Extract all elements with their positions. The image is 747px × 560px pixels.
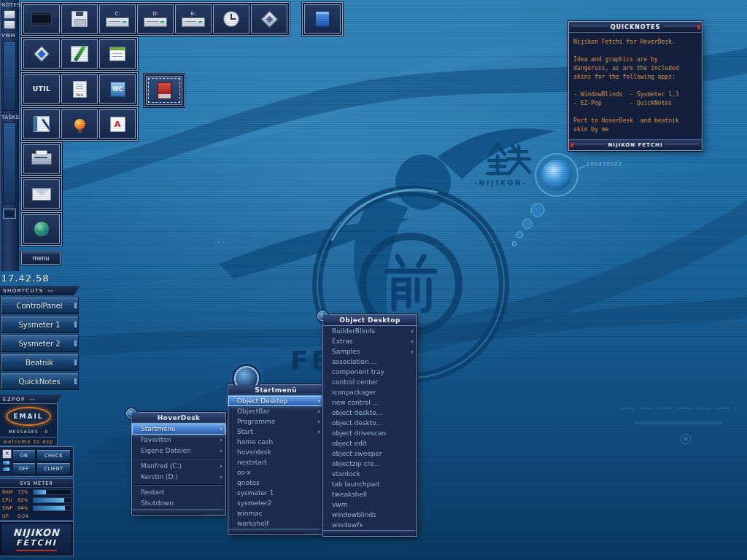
menu-item-kerstin-d[interactable]: Kerstin (D:) [132,472,225,483]
menu-item-tweakshell[interactable]: tweakshell [323,489,417,499]
clock-icon[interactable] [213,4,249,34]
note-icon[interactable] [4,10,15,19]
sysmeter-row-ram: RAM 33% [0,488,73,496]
menu-item-object-sweeper[interactable]: object sweeper [323,448,417,459]
object-desktop-menu-title: Object Desktop [323,315,417,326]
menu-item-object-desktop-2[interactable]: object deskto... [323,418,417,428]
hoverdesk-menu-title: HoverDesk [132,413,225,424]
menu-item-stardock[interactable]: stardock [323,469,417,479]
startmenu-menu: Startmenü Object Desktop ObjectBar Progr… [228,385,323,534]
ezpop-on-button[interactable]: ON [13,450,35,461]
logo-accent [16,550,57,551]
menu-item-nextstart[interactable]: nextstart [228,457,323,467]
menu-item-extras[interactable]: Extras [323,336,417,346]
diamond-icon[interactable] [251,4,287,34]
gem-icon[interactable] [23,39,60,69]
printer-icon[interactable] [23,144,60,174]
menu-item-eigene-dateien[interactable]: Eigene Dateien [132,446,225,456]
paint-icon-selected[interactable] [146,76,182,105]
tasks-section-label: TASKS [0,112,19,121]
clock-display: 17.42.58 [1,273,50,284]
welcome-ticker: welcome to ezp [0,438,57,446]
menu-item-winmac[interactable]: winmac [228,508,323,518]
shortcut-sysmeter2[interactable]: Sysmeter 2 [1,335,78,351]
menu-item-qnotes[interactable]: qnotes [228,478,323,488]
menu-item-os-x[interactable]: os-x [228,467,323,478]
ezpop-controls: × ON CHECK OFF CLIENT [0,447,73,476]
menu-item-vwm[interactable]: vwm [323,499,417,510]
submenu-arrow-icon [220,461,222,472]
wallpaper-nijikon-text: ·NIJIKON· [474,179,527,187]
menu-item-object-drivescan[interactable]: object drivescan [323,428,417,438]
menu-item-startmenu[interactable]: Startmenü [132,424,225,435]
menu-item-object-desktop[interactable]: Object Desktop [228,396,323,406]
launch-dock-row1: C: D: E: [22,3,289,35]
menu-item-windowfx[interactable]: windowfx [323,520,417,530]
mail-icon[interactable] [23,179,60,209]
ezpop-check-button[interactable]: CHECK [37,450,70,461]
tasks-area[interactable] [3,122,16,204]
dock-globe [22,213,61,245]
balloon-icon[interactable] [61,109,98,139]
menu-item-object-edit[interactable]: object edit [323,438,417,448]
spreadsheet-icon[interactable] [99,39,136,69]
globe-icon[interactable] [23,214,60,244]
menu-item-sysmeter2[interactable]: sysmeter2 [228,498,323,508]
sysmeter-row-uptime: UP 0:24 [0,512,73,520]
menu-item-workshelf[interactable]: workshelf [228,518,323,529]
shortcut-controlpanel[interactable]: ControlPanel [1,298,78,314]
menu-item-manfred-c[interactable]: Manfred (C:) [132,461,225,472]
menu-item-windowblinds[interactable]: windowblinds [323,510,417,520]
menu-item-tab-launchpad[interactable]: tab launchpad [323,479,417,489]
close-icon[interactable]: × [2,449,12,459]
ezpop-off-button[interactable]: OFF [13,463,35,474]
menu-item-object-desktop-1[interactable]: object deskto... [323,408,417,418]
shortcut-sysmeter1[interactable]: Sysmeter 1 [1,316,78,332]
menu-item-iconpackager[interactable]: iconpackager [323,387,417,397]
menu-item-home-cash[interactable]: home cash [228,437,323,447]
menu-item-favoriten[interactable]: Favoriten [132,435,225,446]
menu-item-builderblinds[interactable]: BuilderBlinds [323,326,417,336]
ezpop-header: EZPOP [0,394,61,404]
pen-icon[interactable] [4,20,15,29]
menu-item-objectzip-create[interactable]: objectzip cre... [323,459,417,469]
shortcut-quicknotes[interactable]: QuickNotes [1,373,78,389]
menu-item-association[interactable]: association ... [323,357,417,367]
menu-item-hoverdesk[interactable]: hoverdesk [228,447,323,457]
notepad-icon[interactable] [23,109,60,139]
recycle-bin-icon[interactable] [304,4,341,34]
drive-d-label: D: [152,12,158,17]
menu-item-control-center[interactable]: control center [323,377,417,387]
quicknotes-titlebar[interactable]: QUICKNOTES [569,22,702,33]
menu-item-new-control[interactable]: new control ... [323,397,417,408]
menu-item-sysmeter-1[interactable]: sysmeter 1 [228,488,323,498]
menu-item-component-tray[interactable]: component tray [323,367,417,377]
menu-item-start[interactable]: Start [228,427,323,437]
fonts-icon[interactable]: A [99,109,136,139]
menu-item-restart[interactable]: Restart [132,487,225,498]
floppy-icon[interactable] [61,4,98,34]
monitor-icon[interactable] [3,209,16,219]
shortcut-beatnik[interactable]: Beatnik [1,354,78,370]
submenu-arrow-icon [220,446,222,456]
drawer-icon[interactable] [23,4,60,34]
wc-app-icon[interactable]: WC [99,74,136,104]
drive-e-icon[interactable]: E: [175,4,212,34]
editor-pen-icon[interactable] [61,39,98,69]
tex-document-icon[interactable]: tex [61,74,98,104]
vwm-pager[interactable] [3,41,16,111]
menu-item-programme[interactable]: Programme [228,416,323,427]
ezpop-client-button[interactable]: CLIENT [37,463,70,474]
menu-button[interactable]: menu [22,252,60,264]
messages-count: MESSAGES : 0 [9,429,49,434]
util-button[interactable]: UTIL [23,74,60,104]
tex-label: tex [76,92,83,97]
menu-item-objectbar[interactable]: ObjectBar [228,406,323,416]
status-led-2 [3,467,9,471]
menu-item-samples[interactable]: Samples [323,346,417,357]
drive-c-icon[interactable]: C: [99,4,136,34]
menu-item-shutdown[interactable]: Shutdown [132,498,225,509]
launch-dock-row4: A [22,108,137,140]
drive-d-icon[interactable]: D: [137,4,174,34]
hoverdesk-menu: HoverDesk Startmenü Favoriten Eigene Dat… [132,413,225,515]
